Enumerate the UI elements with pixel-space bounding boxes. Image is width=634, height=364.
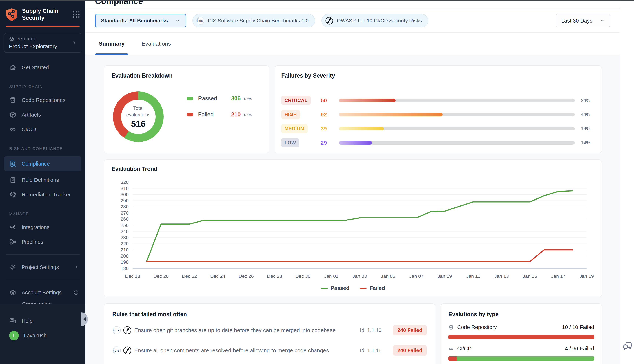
sidebar-item-pipelines[interactable]: Pipelines: [0, 236, 86, 248]
svg-text:200: 200: [121, 253, 129, 259]
svg-text:Dec 24: Dec 24: [210, 274, 225, 279]
brand-header: Supply Chain Security: [0, 1, 86, 22]
severity-row-high: HIGH 92 44%: [281, 108, 595, 122]
trend-legend-passed: Passed: [321, 285, 350, 291]
sidebar-nav: Get Started SUPPLY CHAIN Code Repositori…: [0, 62, 86, 313]
sidebar-item-compliance[interactable]: Compliance: [4, 156, 82, 171]
type-row-cicd: CI/CD 4 / 66 Failed: [448, 346, 594, 360]
evaluation-trend-card: Evaluation Trend 18019020021022023024025…: [104, 160, 602, 297]
svg-text:320: 320: [121, 180, 129, 185]
svg-text:300: 300: [121, 192, 129, 197]
svg-text:190: 190: [121, 259, 129, 265]
passed-dot-icon: [187, 96, 193, 100]
infinity-icon: [9, 126, 17, 133]
sidebar-item-account-settings[interactable]: Account Settings: [0, 287, 86, 298]
project-selector[interactable]: PROJECT Product Exploratory: [4, 33, 82, 53]
rules-failed-card: Rules that failed most often CIS: [104, 303, 435, 364]
tabs: Summary Evaluations: [86, 33, 619, 55]
svg-text:Jan 13: Jan 13: [494, 274, 509, 279]
chat-support-icon[interactable]: [622, 340, 633, 351]
failed-dot-icon: [187, 113, 193, 116]
filter-bar: Standards: All Benchmarks CIS CIS Softwa…: [86, 9, 619, 33]
svg-text:210: 210: [121, 247, 129, 252]
section-manage: MANAGE: [0, 212, 86, 216]
svg-text:Dec 20: Dec 20: [153, 274, 168, 279]
svg-text:Jan 11: Jan 11: [466, 274, 480, 279]
trend-legend-failed: Failed: [360, 285, 385, 291]
shield-logo-icon: [6, 8, 18, 21]
sidebar-item-cicd[interactable]: CI/CD: [0, 124, 86, 135]
date-range-dropdown[interactable]: Last 30 Days: [556, 14, 610, 28]
svg-text:Jan 03: Jan 03: [353, 274, 367, 279]
sidebar-item-get-started[interactable]: Get Started: [0, 62, 86, 73]
sidebar-item-integrations[interactable]: Integrations: [0, 222, 86, 233]
donut-center-label: Totalevaluations 516: [111, 89, 166, 144]
trend-title: Evaluation Trend: [112, 166, 594, 172]
svg-text:Dec 18: Dec 18: [125, 274, 140, 279]
passed-segment: [457, 356, 594, 360]
sidebar-item-help[interactable]: Help: [0, 315, 86, 327]
svg-text:Jan 19: Jan 19: [579, 274, 594, 279]
project-label: PROJECT: [17, 37, 36, 41]
sidebar-item-rule-definitions[interactable]: Rule Definitions: [0, 174, 86, 186]
sidebar-item-artifacts[interactable]: Artifacts: [0, 109, 86, 120]
home-icon: [9, 64, 17, 71]
type-status: 4 / 66 Failed: [565, 346, 594, 352]
avatar: L: [9, 331, 19, 340]
severity-bar-fill: [339, 127, 384, 130]
tab-evaluations[interactable]: Evaluations: [138, 33, 174, 55]
main-area: Compliance Standards: All Benchmarks CIS…: [86, 1, 619, 364]
severity-bar-track: [339, 141, 575, 144]
breakdown-legend: Passed 306 rules Failed 210 rules: [187, 95, 252, 128]
severity-row-low: LOW 29 14%: [281, 136, 595, 150]
rule-row[interactable]: CIS Ensure all open comments are resolve…: [112, 342, 427, 358]
cis-benchmark-chip[interactable]: CIS CIS Software Supply Chain Benchmarks…: [192, 14, 315, 28]
app-grid-icon[interactable]: [72, 10, 80, 18]
sidebar-user[interactable]: L Lavakush: [0, 330, 86, 342]
rule-row[interactable]: CIS Ensure verifying signed commits of n…: [112, 363, 427, 364]
svg-text:Jan 09: Jan 09: [438, 274, 452, 279]
owasp-chip[interactable]: OWASP Top 10 CI/CD Security Risks: [322, 14, 428, 28]
svg-text:Dec 28: Dec 28: [267, 274, 282, 279]
sidebar-item-project-settings[interactable]: Project Settings: [0, 261, 86, 273]
failed-badge: 240 Failed: [393, 325, 427, 336]
svg-text:Jan 07: Jan 07: [409, 274, 424, 279]
breakdown-title: Evaluation Breakdown: [112, 72, 261, 79]
info-icon: [73, 290, 79, 295]
svg-text:CIS: CIS: [115, 349, 119, 352]
severity-bar-fill: [339, 141, 372, 144]
severity-bar-track: [339, 127, 575, 130]
svg-text:310: 310: [121, 186, 129, 191]
failed-segment: [448, 356, 457, 360]
cis-logo-icon: CIS: [196, 16, 205, 25]
failed-segment: [448, 335, 594, 339]
chevron-down-icon: [600, 18, 604, 23]
svg-text:270: 270: [121, 210, 129, 216]
rule-row[interactable]: CIS Ensure open git branches are up to d…: [112, 322, 427, 338]
tab-summary[interactable]: Summary: [95, 33, 128, 55]
chevron-right-icon: [72, 40, 77, 45]
failures-by-severity-card: Failures by Severity CRITICAL 50 24% HIG…: [275, 66, 602, 154]
svg-text:220: 220: [121, 241, 129, 246]
svg-text:290: 290: [121, 198, 129, 204]
section-supply-chain: SUPPLY CHAIN: [0, 84, 86, 89]
sidebar-item-code-repositories[interactable]: Code Repositories: [0, 94, 86, 106]
section-risk-compliance: RISK AND COMPLIANCE: [0, 146, 86, 151]
svg-text:Jan 01: Jan 01: [324, 274, 339, 279]
standards-dropdown[interactable]: Standards: All Benchmarks: [95, 14, 186, 28]
rule-id: Id: 1.1.10: [360, 327, 393, 333]
sidebar-item-remediation-tracker[interactable]: Remediation Tracker: [0, 189, 86, 200]
project-name: Product Exploratory: [9, 43, 72, 50]
failed-line-swatch-icon: [360, 288, 367, 289]
svg-text:Jan 17: Jan 17: [551, 274, 565, 279]
artifacts-cube-icon: [9, 111, 17, 118]
integrations-icon: [9, 224, 17, 231]
severity-row-critical: CRITICAL 50 24%: [281, 93, 595, 108]
brand-divider: [6, 26, 80, 27]
pipelines-icon: [9, 238, 17, 246]
svg-text:240: 240: [121, 229, 129, 234]
code-repository-icon: [448, 324, 454, 330]
content: Evaluation Breakdown Totalevaluations 51…: [86, 55, 619, 364]
legend-failed: Failed 210 rules: [187, 111, 252, 118]
svg-text:Dec 30: Dec 30: [295, 274, 310, 279]
